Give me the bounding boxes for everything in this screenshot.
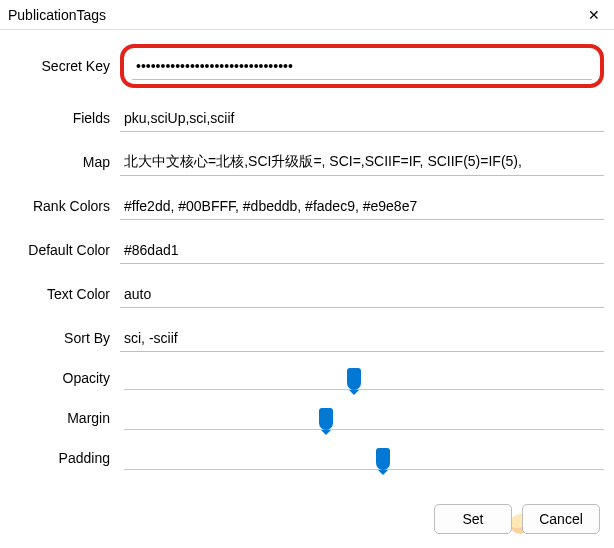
label-padding: Padding [10,450,120,466]
map-input[interactable] [120,148,604,176]
label-margin: Margin [10,410,120,426]
row-fields: Fields [10,104,604,132]
form-content: Secret Key Fields Map Rank Colors Defaul… [0,30,614,498]
row-margin: Margin [10,408,604,428]
opacity-slider[interactable] [124,368,604,388]
padding-thumb[interactable] [376,448,390,470]
cancel-button[interactable]: Cancel [522,504,600,534]
row-opacity: Opacity [10,368,604,388]
margin-slider[interactable] [124,408,604,428]
titlebar: PublicationTags ✕ [0,0,614,30]
rank-colors-input[interactable] [120,192,604,220]
slider-line [124,429,604,430]
default-color-input[interactable] [120,236,604,264]
row-text-color: Text Color [10,280,604,308]
button-bar: Set Cancel [434,504,600,534]
label-opacity: Opacity [10,370,120,386]
padding-slider[interactable] [124,448,604,468]
window-title: PublicationTags [8,7,106,23]
row-default-color: Default Color [10,236,604,264]
secret-key-input[interactable] [132,52,592,80]
row-rank-colors: Rank Colors [10,192,604,220]
secret-key-highlight [120,44,604,88]
fields-input[interactable] [120,104,604,132]
label-text-color: Text Color [10,286,120,302]
set-button[interactable]: Set [434,504,512,534]
margin-thumb[interactable] [319,408,333,430]
row-sort-by: Sort By [10,324,604,352]
slider-line [124,469,604,470]
sort-by-input[interactable] [120,324,604,352]
slider-line [124,389,604,390]
row-map: Map [10,148,604,176]
row-padding: Padding [10,448,604,468]
close-icon[interactable]: ✕ [584,7,604,23]
row-secret-key: Secret Key [10,44,604,88]
label-secret-key: Secret Key [10,58,120,74]
label-map: Map [10,154,120,170]
label-sort-by: Sort By [10,330,120,346]
label-default-color: Default Color [10,242,120,258]
label-fields: Fields [10,110,120,126]
opacity-thumb[interactable] [347,368,361,390]
label-rank-colors: Rank Colors [10,198,120,214]
text-color-input[interactable] [120,280,604,308]
